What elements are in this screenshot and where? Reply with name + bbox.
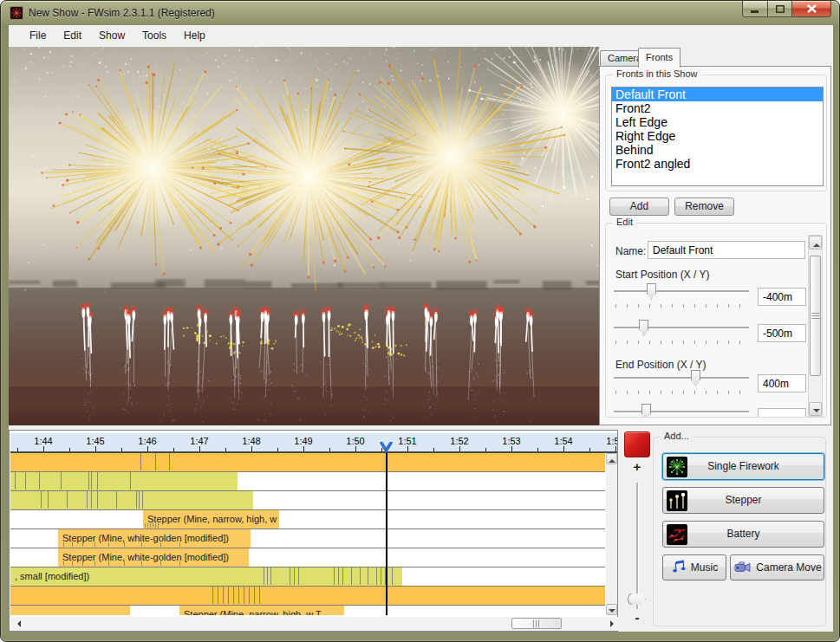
front-name-field[interactable] xyxy=(648,241,805,259)
clip-label: , small [modified]) xyxy=(15,571,89,581)
tracks-scroll-down-button[interactable] xyxy=(606,604,617,615)
ruler-time-label: 1:45 xyxy=(78,436,113,446)
clip-subtick xyxy=(108,542,109,547)
timeline-hscrollbar[interactable] xyxy=(10,617,618,631)
edit-scrollbar-thumb[interactable] xyxy=(810,256,821,376)
position-value-field[interactable] xyxy=(758,408,806,417)
clip-tick xyxy=(155,453,156,470)
ruler-time-label: 1:55 xyxy=(598,436,617,446)
position-value-field[interactable] xyxy=(758,374,806,392)
fronts-list[interactable]: Default FrontFront2Left EdgeRight EdgeBe… xyxy=(611,87,824,186)
front-list-item[interactable]: Default Front xyxy=(612,88,823,101)
scroll-left-button[interactable] xyxy=(10,617,24,631)
ruler-major-tick xyxy=(199,446,200,451)
hscrollbar-thumb[interactable] xyxy=(511,618,562,629)
ruler-time-label: 1:50 xyxy=(338,436,373,446)
ruler-time-label: 1:54 xyxy=(546,436,581,446)
position-slider[interactable] xyxy=(614,370,749,396)
menu-edit[interactable]: Edit xyxy=(55,25,90,47)
scroll-up-button[interactable] xyxy=(809,236,822,250)
add-single-firework-button[interactable]: Single Firework xyxy=(662,453,824,480)
tracks-scroll-up-button[interactable] xyxy=(606,453,617,464)
clip-tick xyxy=(140,453,141,470)
clip-tick xyxy=(97,491,98,509)
timeline-zoom-thumb[interactable] xyxy=(628,593,646,606)
timeline-clip[interactable]: Stepper (Mine, white-golden [modified]) xyxy=(58,529,251,548)
clip-tick xyxy=(136,491,137,509)
clip-tick xyxy=(87,491,88,509)
clip-tick xyxy=(270,567,271,585)
position-value-field[interactable] xyxy=(758,324,806,342)
ruler-major-tick xyxy=(147,446,148,451)
timeline-clip[interactable] xyxy=(10,472,238,490)
scroll-down-button[interactable] xyxy=(809,402,822,416)
clip-tick xyxy=(351,567,352,585)
tab-fronts[interactable]: Fronts xyxy=(638,48,680,68)
timeline-track-row: , small [modified]) xyxy=(10,567,605,587)
clip-subtick xyxy=(94,561,95,566)
minimize-button[interactable] xyxy=(742,1,768,17)
timeline-clip[interactable] xyxy=(10,587,605,605)
menu-help[interactable]: Help xyxy=(175,25,214,47)
timeline-clip[interactable]: Stepper (Mine, white-golden [modified]) xyxy=(58,548,249,567)
stop-button[interactable] xyxy=(624,431,650,457)
clip-tick xyxy=(298,567,299,585)
slider-thumb[interactable] xyxy=(639,320,648,336)
ruler-minor-tick xyxy=(277,448,278,451)
slider-track xyxy=(614,377,749,379)
front-list-item[interactable]: Left Edge xyxy=(612,115,823,129)
position-value-field[interactable] xyxy=(758,288,806,306)
timeline-clip[interactable]: , small [modified]) xyxy=(10,567,402,586)
add-music-button[interactable]: Music xyxy=(662,554,726,580)
front-list-item[interactable]: Front2 angled xyxy=(612,157,823,171)
zoom-out-label: - xyxy=(617,610,657,625)
clip-tick xyxy=(228,587,229,604)
menu-file[interactable]: File xyxy=(21,25,55,47)
tracks-scrollbar[interactable] xyxy=(606,453,617,615)
timeline-ruler[interactable]: 1:441:451:461:471:481:491:501:511:521:53… xyxy=(10,433,617,453)
front-list-item[interactable]: Behind xyxy=(612,143,823,157)
clip-tick xyxy=(48,491,49,509)
timeline-clip[interactable] xyxy=(10,453,605,471)
position-section-label: End Position (X / Y) xyxy=(615,359,707,371)
ruler-major-tick xyxy=(251,446,252,451)
timeline-clip[interactable] xyxy=(10,606,130,615)
remove-front-button[interactable]: Remove xyxy=(674,198,734,216)
clip-tick xyxy=(212,587,213,604)
edit-scrollbar[interactable] xyxy=(808,235,823,417)
timeline-clip[interactable] xyxy=(10,491,253,509)
fronts-tab-page: Fronts in this Show Default FrontFront2L… xyxy=(599,66,831,425)
add-group-title: Add... xyxy=(661,431,693,441)
clip-tick xyxy=(294,567,295,585)
menu-show[interactable]: Show xyxy=(90,25,133,47)
timeline-tracks[interactable]: Stepper (Mine, narrow, high, w TStepper … xyxy=(10,453,605,615)
front-list-item[interactable]: Right Edge xyxy=(612,129,823,143)
add-front-button[interactable]: Add xyxy=(609,198,669,216)
clip-subtick xyxy=(153,523,153,528)
clip-subtick xyxy=(124,542,125,547)
add-group: Add... Single Firework Stepper Battery xyxy=(653,437,826,626)
timeline-clip[interactable]: Stepper (Mine, narrow, high, w T xyxy=(179,606,344,615)
add-battery-button[interactable]: Battery xyxy=(662,521,824,548)
slider-thumb[interactable] xyxy=(647,283,656,300)
ruler-time-label: 1:48 xyxy=(234,436,269,446)
close-button[interactable] xyxy=(792,1,831,17)
position-slider[interactable] xyxy=(614,283,749,309)
menu-tools[interactable]: Tools xyxy=(133,25,175,47)
add-stepper-button[interactable]: Stepper xyxy=(662,487,824,514)
timeline-zoom-slider[interactable] xyxy=(636,483,639,609)
clip-subtick xyxy=(155,523,156,528)
position-slider[interactable] xyxy=(614,404,749,417)
simulation-viewport[interactable] xyxy=(9,47,599,425)
front-list-item[interactable]: Front2 xyxy=(612,101,823,115)
position-slider[interactable] xyxy=(614,320,749,346)
maximize-button[interactable] xyxy=(768,1,792,17)
scroll-right-button[interactable] xyxy=(604,617,618,631)
timeline-clip[interactable]: Stepper (Mine, narrow, high, w T xyxy=(143,510,279,529)
button-label: Camera Move xyxy=(756,561,821,574)
add-camera-move-button[interactable]: Camera Move xyxy=(730,554,824,580)
app-window: New Show - FWsim 2.3.1.1 (Registered) Fi… xyxy=(0,0,840,642)
slider-thumb[interactable] xyxy=(691,370,700,386)
clip-label: Stepper (Mine, white-golden [modified]) xyxy=(62,533,229,543)
slider-thumb[interactable] xyxy=(641,404,651,417)
